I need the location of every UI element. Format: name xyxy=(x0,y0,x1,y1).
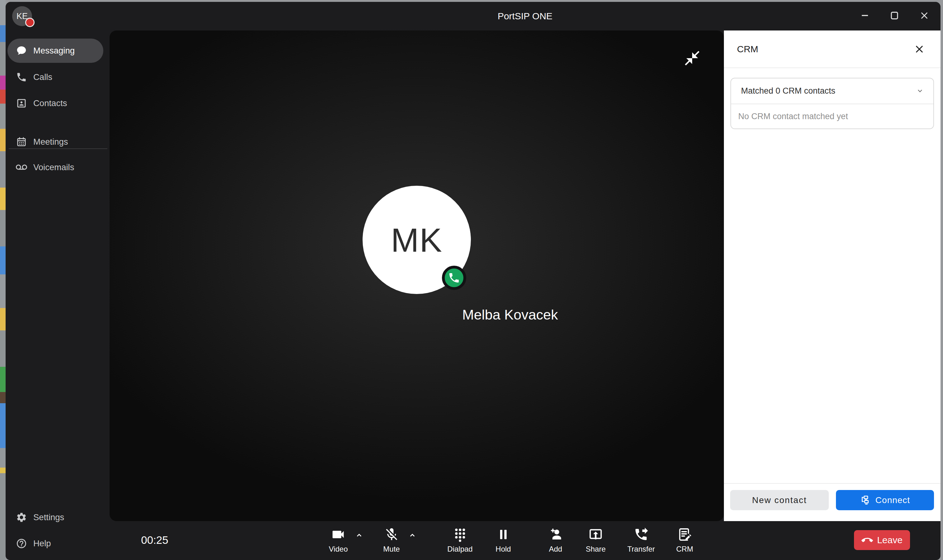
voicemail-icon xyxy=(16,162,27,173)
crm-match-box: Matched 0 CRM contacts No CRM contact ma… xyxy=(730,78,934,129)
crm-panel-title: CRM xyxy=(737,31,758,68)
video-camera-icon xyxy=(331,527,346,542)
close-icon xyxy=(914,44,925,54)
portsip-window: KE PortSIP ONE Messaging xyxy=(6,2,940,560)
sidebar: Messaging Calls Contacts Meetings xyxy=(6,31,109,560)
share-screen-button[interactable]: Share xyxy=(586,527,606,554)
minimize-button[interactable] xyxy=(858,9,872,22)
hang-up-icon xyxy=(861,534,873,546)
phone-transfer-icon xyxy=(634,527,649,542)
sidebar-item-label: Settings xyxy=(33,512,64,522)
calendar-icon xyxy=(16,136,27,148)
transfer-button[interactable]: Transfer xyxy=(627,527,655,554)
leave-call-button[interactable]: Leave xyxy=(854,530,910,550)
leave-label: Leave xyxy=(877,535,903,545)
collapse-view-button[interactable] xyxy=(683,49,701,67)
person-add-icon xyxy=(548,527,563,542)
toolbar-label: Video xyxy=(329,545,348,554)
crm-footer-divider xyxy=(724,483,940,484)
maximize-button[interactable] xyxy=(888,9,901,22)
crm-close-button[interactable] xyxy=(914,44,925,54)
new-contact-button[interactable]: New contact xyxy=(730,490,829,510)
user-avatar[interactable]: KE xyxy=(12,6,32,26)
crm-empty-message: No CRM contact matched yet xyxy=(738,112,848,122)
desktop-taskbar-edge xyxy=(0,0,6,560)
call-timer: 00:25 xyxy=(136,534,173,546)
remote-party-initials: MK xyxy=(391,221,442,260)
add-participant-button[interactable]: Add xyxy=(548,527,563,554)
sidebar-item-contacts[interactable]: Contacts xyxy=(8,91,103,115)
toolbar-label: Transfer xyxy=(627,545,655,554)
connect-network-icon xyxy=(860,495,871,506)
sidebar-item-voicemails[interactable]: Voicemails xyxy=(8,155,103,180)
chevron-down-icon xyxy=(916,87,924,95)
help-icon xyxy=(16,538,27,549)
connect-label: Connect xyxy=(875,495,910,505)
sidebar-item-calls[interactable]: Calls xyxy=(8,65,103,89)
toolbar-label: Mute xyxy=(383,545,400,554)
crm-empty-row: No CRM contact matched yet xyxy=(731,104,933,128)
active-call-phone-badge xyxy=(442,266,466,290)
user-status-dot xyxy=(25,18,35,27)
window-title: PortSIP ONE xyxy=(498,2,552,31)
dialpad-button[interactable]: Dialpad xyxy=(447,527,472,554)
titlebar: KE PortSIP ONE xyxy=(6,2,940,31)
phone-icon xyxy=(16,72,27,83)
crm-note-icon xyxy=(677,527,692,542)
new-contact-label: New contact xyxy=(752,495,807,505)
minimize-icon xyxy=(860,10,870,21)
phone-icon xyxy=(448,272,460,284)
sidebar-item-label: Voicemails xyxy=(33,162,74,172)
close-window-button[interactable] xyxy=(917,9,931,22)
sidebar-item-label: Messaging xyxy=(33,46,75,56)
dialpad-icon xyxy=(453,527,467,542)
chevron-up-icon xyxy=(408,531,417,540)
mic-off-icon xyxy=(384,527,399,542)
collapse-icon xyxy=(683,49,701,67)
chat-bubble-icon xyxy=(16,45,27,56)
toolbar-label: Share xyxy=(586,545,606,554)
crm-panel: CRM Matched 0 CRM contacts No CRM contac… xyxy=(724,31,940,521)
sidebar-item-label: Contacts xyxy=(33,98,67,108)
mute-button[interactable]: Mute xyxy=(383,527,400,554)
crm-panel-header: CRM xyxy=(724,31,940,68)
sidebar-item-help[interactable]: Help xyxy=(8,531,103,555)
contact-card-icon xyxy=(16,98,27,109)
screen-share-icon xyxy=(588,527,603,542)
chevron-up-icon xyxy=(355,531,364,540)
crm-matched-dropdown[interactable]: Matched 0 CRM contacts xyxy=(731,78,933,104)
close-icon xyxy=(919,10,930,21)
video-button[interactable]: Video xyxy=(329,527,348,554)
hold-button[interactable]: Hold xyxy=(495,527,511,554)
toolbar-label: Add xyxy=(549,545,562,554)
gear-icon xyxy=(16,512,27,523)
video-menu-chevron[interactable] xyxy=(355,531,364,540)
remote-party-name: Melba Kovacek xyxy=(417,307,604,323)
toolbar-label: Hold xyxy=(495,545,511,554)
pause-icon xyxy=(496,527,511,542)
crm-button[interactable]: CRM xyxy=(676,527,693,554)
desktop: KE PortSIP ONE Messaging xyxy=(0,0,943,560)
maximize-icon xyxy=(889,10,900,21)
sidebar-item-meetings[interactable]: Meetings xyxy=(8,130,103,154)
sidebar-item-label: Meetings xyxy=(33,137,68,147)
sidebar-item-label: Help xyxy=(33,538,51,548)
mute-menu-chevron[interactable] xyxy=(408,531,417,540)
call-stage: MK Melba Kovacek xyxy=(109,31,724,521)
crm-header-divider xyxy=(724,68,940,68)
sidebar-item-settings[interactable]: Settings xyxy=(8,505,103,529)
toolbar-label: CRM xyxy=(676,545,693,554)
sidebar-item-label: Calls xyxy=(33,72,52,82)
sidebar-item-messaging[interactable]: Messaging xyxy=(8,38,103,63)
crm-matched-label: Matched 0 CRM contacts xyxy=(741,86,835,96)
toolbar-label: Dialpad xyxy=(447,545,472,554)
connect-button[interactable]: Connect xyxy=(836,490,934,510)
